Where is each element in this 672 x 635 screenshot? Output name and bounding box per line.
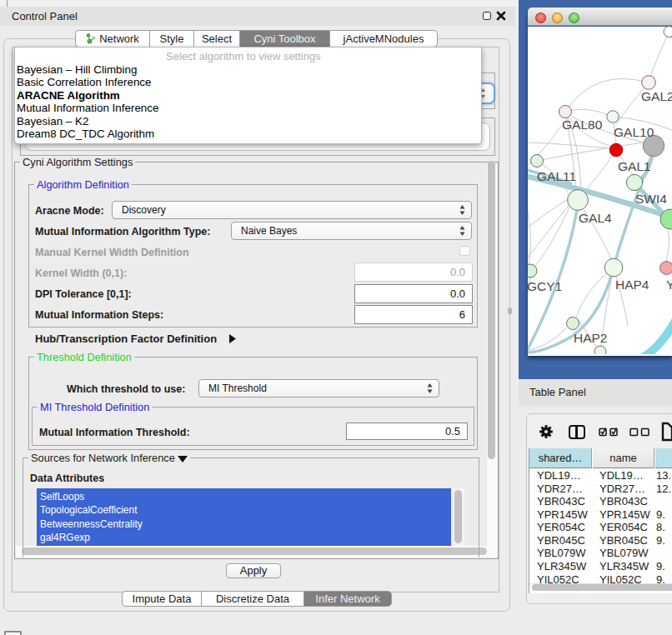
svg-text:GAL1: GAL1 bbox=[618, 159, 651, 173]
svg-text:GCY1: GCY1 bbox=[528, 279, 562, 293]
svg-text:GAL80: GAL80 bbox=[562, 118, 603, 132]
svg-text:HAP4: HAP4 bbox=[615, 278, 649, 292]
svg-text:GAL10: GAL10 bbox=[614, 125, 654, 139]
svg-text:Y: Y bbox=[666, 278, 672, 292]
svg-text:HAP2: HAP2 bbox=[574, 331, 608, 345]
svg-text:GAL11: GAL11 bbox=[537, 169, 576, 183]
svg-text:SWI4: SWI4 bbox=[635, 192, 667, 206]
svg-text:GAL2: GAL2 bbox=[641, 89, 672, 103]
svg-text:GAL4: GAL4 bbox=[579, 211, 612, 225]
